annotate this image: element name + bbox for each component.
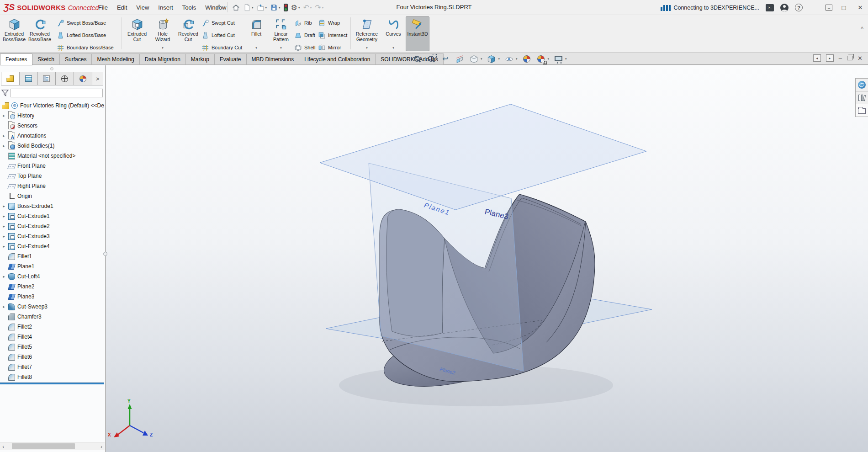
lofted-boss-base-button[interactable]: Lofted Boss/Base xyxy=(57,30,106,40)
tree-item-fillet1[interactable]: Fillet1 xyxy=(0,251,104,261)
tab-configurationmanager[interactable] xyxy=(38,72,56,85)
cut-group-dropdown-caret[interactable] xyxy=(150,46,175,50)
undo-button[interactable] xyxy=(303,4,312,11)
tab-features[interactable]: Features xyxy=(0,53,32,65)
tab-lifecycle-collaboration[interactable]: Lifecycle and Collaboration xyxy=(299,53,376,65)
expand-arrow-icon[interactable] xyxy=(2,234,6,239)
tree-item-cut-extrude1[interactable]: Cut-Extrude1 xyxy=(0,211,104,221)
apply-scene-caret[interactable] xyxy=(548,57,550,61)
shell-button[interactable]: Shell xyxy=(294,43,315,53)
display-style-caret[interactable] xyxy=(498,57,500,61)
arrange-windows-button[interactable] xyxy=(826,5,832,11)
boundary-cut-button[interactable]: Boundary Cut xyxy=(201,43,242,53)
pin-icon[interactable] xyxy=(214,3,222,11)
tab-markup[interactable]: Markup xyxy=(186,53,215,65)
open-dropdown-caret[interactable] xyxy=(265,6,267,10)
tree-item-history[interactable]: History xyxy=(0,111,104,121)
draft-button[interactable]: Draft xyxy=(294,30,315,40)
tree-item-fillet7[interactable]: Fillet7 xyxy=(0,362,104,372)
document-restore-button[interactable] xyxy=(847,56,852,60)
ribbon-collapse-chevron[interactable] xyxy=(861,26,863,32)
expand-arrow-icon[interactable] xyxy=(2,244,6,249)
tab-featuremanager[interactable] xyxy=(1,72,20,85)
tree-item-sensors[interactable]: Sensors xyxy=(0,121,104,131)
linear-pattern-button[interactable]: Linear Pattern xyxy=(269,16,293,47)
tree-item-cut-extrude4[interactable]: Cut-Extrude4 xyxy=(0,241,104,251)
document-minimize-button[interactable] xyxy=(839,55,842,62)
help-icon[interactable] xyxy=(795,4,803,11)
expand-arrow-icon[interactable] xyxy=(2,214,6,218)
rebuild-button[interactable] xyxy=(284,4,288,11)
reference-geometry-button[interactable]: Reference Geometry xyxy=(353,16,381,47)
mirror-button[interactable]: Mirror xyxy=(318,43,341,53)
tree-item-cut-extrude2[interactable]: Cut-Extrude2 xyxy=(0,221,104,231)
panel-collapse-dot[interactable] xyxy=(50,67,53,70)
hide-show-items-caret[interactable] xyxy=(516,57,518,61)
scroll-left-arrow[interactable] xyxy=(0,444,6,449)
tree-item-fillet5[interactable]: Fillet5 xyxy=(0,342,104,352)
view-orientation-caret[interactable] xyxy=(481,57,482,61)
tab-mesh-modeling[interactable]: Mesh Modeling xyxy=(92,53,139,65)
menu-insert[interactable]: Insert xyxy=(153,0,178,15)
tree-item-material[interactable]: Material <not specified> xyxy=(0,151,104,161)
fillet-dropdown-caret[interactable] xyxy=(244,46,269,50)
tree-item-boss-extrude1[interactable]: Boss-Extrude1 xyxy=(0,201,104,211)
curves-dropdown-caret[interactable] xyxy=(383,46,404,50)
linear-pattern-dropdown-caret[interactable] xyxy=(269,46,293,50)
reference-plane-top[interactable] xyxy=(320,104,646,210)
menu-file[interactable]: File xyxy=(94,0,112,15)
undo-dropdown-caret[interactable] xyxy=(310,6,312,10)
curves-button[interactable]: Curves xyxy=(383,16,404,47)
edit-appearance-icon[interactable] xyxy=(522,54,532,64)
tab-dimxpertmanager[interactable] xyxy=(56,72,74,85)
tree-item-cut-sweep3[interactable]: Cut-Sweep3 xyxy=(0,302,104,312)
expand-arrow-icon[interactable] xyxy=(2,204,6,208)
expand-arrow-icon[interactable] xyxy=(2,133,6,138)
document-close-button[interactable] xyxy=(857,55,863,62)
menu-view[interactable]: View xyxy=(132,0,153,15)
panel-splitter-handle[interactable] xyxy=(103,252,107,256)
expand-arrow-icon[interactable] xyxy=(2,274,6,279)
revolved-cut-button[interactable]: Revolved Cut xyxy=(176,16,201,47)
view-orientation-icon[interactable] xyxy=(469,54,479,64)
tree-item-annotations[interactable]: Annotations xyxy=(0,131,104,141)
extruded-boss-base-button[interactable]: Extruded Boss/Base xyxy=(2,16,26,47)
reference-geometry-dropdown-caret[interactable] xyxy=(353,46,381,50)
save-button[interactable] xyxy=(270,4,281,11)
new-dropdown-caret[interactable] xyxy=(252,6,254,10)
hide-show-items-icon[interactable] xyxy=(504,54,514,64)
revolved-boss-base-button[interactable]: Revolved Boss/Base xyxy=(27,16,52,47)
view-settings-caret[interactable] xyxy=(565,57,567,61)
tree-item-solid-bodies[interactable]: Solid Bodies(1) xyxy=(0,141,104,151)
open-button[interactable] xyxy=(257,4,267,11)
tree-item-top-plane[interactable]: Top Plane xyxy=(0,171,104,181)
tab-strip-expand-arrow[interactable] xyxy=(92,72,103,85)
tree-item-plane3[interactable]: Plane3 xyxy=(0,292,104,302)
tab-data-migration[interactable]: Data Migration xyxy=(140,53,186,65)
tree-item-origin[interactable]: Origin xyxy=(0,191,104,201)
swept-cut-button[interactable]: Swept Cut xyxy=(201,18,235,28)
rib-button[interactable]: Rib xyxy=(294,18,312,28)
tree-item-fillet6[interactable]: Fillet6 xyxy=(0,352,104,362)
rollback-bar[interactable] xyxy=(0,383,104,384)
tree-item-fillet8[interactable]: Fillet8 xyxy=(0,372,104,382)
tree-filter-input[interactable] xyxy=(11,89,103,97)
menu-edit[interactable]: Edit xyxy=(112,0,132,15)
terminal-icon[interactable] xyxy=(766,4,774,11)
zoom-to-area-icon[interactable] xyxy=(426,54,436,64)
options-dropdown-caret[interactable] xyxy=(298,6,300,10)
next-document-button[interactable] xyxy=(826,54,834,62)
scrollbar-track[interactable] xyxy=(6,442,98,450)
lofted-cut-button[interactable]: Lofted Cut xyxy=(201,30,235,40)
tree-item-fillet2[interactable]: Fillet2 xyxy=(0,322,104,332)
tab-sketch[interactable]: Sketch xyxy=(32,53,60,65)
tree-item-cut-extrude3[interactable]: Cut-Extrude3 xyxy=(0,231,104,241)
minimize-button[interactable] xyxy=(809,3,819,12)
display-style-icon[interactable] xyxy=(487,54,497,64)
tree-item-plane1[interactable]: Plane1 xyxy=(0,261,104,271)
hole-wizard-button[interactable]: Hole Wizard xyxy=(150,16,175,47)
tree-item-cut-loft4[interactable]: Cut-Loft4 xyxy=(0,271,104,282)
redo-button[interactable] xyxy=(315,4,323,11)
close-button[interactable] xyxy=(855,3,865,12)
tab-surfaces[interactable]: Surfaces xyxy=(60,53,92,65)
